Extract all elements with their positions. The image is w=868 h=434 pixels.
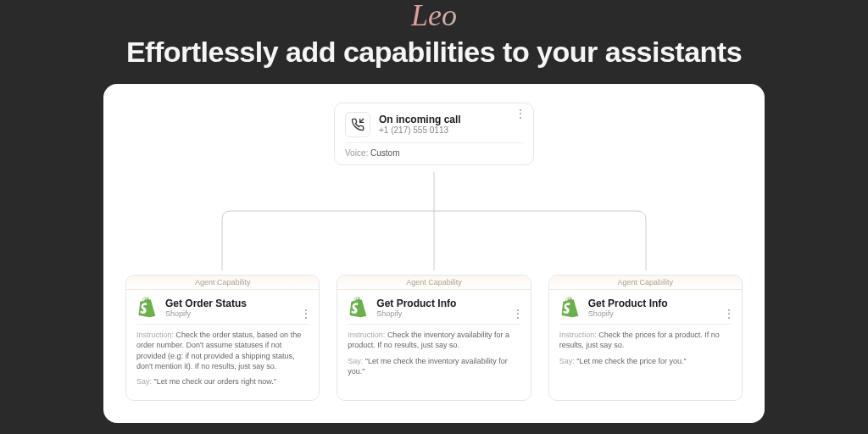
capability-badge: Agent Capability: [337, 275, 530, 290]
capability-node[interactable]: Agent Capability Get Order Status Shopif…: [125, 275, 320, 401]
voice-row: Voice: Custom: [345, 142, 523, 158]
say-text: "Let me check our orders right now.": [154, 377, 276, 386]
more-menu-button[interactable]: ⋮: [300, 312, 312, 317]
capabilities-row: Agent Capability Get Order Status Shopif…: [125, 275, 743, 401]
capability-badge: Agent Capability: [549, 275, 742, 290]
hero-title: Effortlessly add capabilities to your as…: [126, 36, 742, 69]
shopify-icon: [136, 297, 159, 319]
say-label: Say:: [348, 357, 363, 365]
instruction-label: Instruction:: [348, 331, 385, 339]
instruction-label: Instruction:: [559, 331, 597, 339]
shopify-icon: [559, 297, 581, 319]
voice-value: Custom: [370, 148, 399, 158]
capability-node[interactable]: Agent Capability Get Product Info Shopif…: [548, 275, 743, 401]
capability-provider: Shopify: [376, 309, 456, 318]
more-menu-button[interactable]: ⋮: [512, 312, 524, 317]
say-label: Say:: [136, 377, 152, 386]
flow-canvas: On incoming call +1 (217) 555 0113 ⋮ Voi…: [103, 84, 765, 423]
instruction-label: Instruction:: [136, 331, 174, 339]
say-text: "Let me check the inventory availability…: [348, 357, 507, 376]
capability-provider: Shopify: [588, 309, 668, 318]
phone-incoming-icon: [345, 112, 370, 137]
trigger-node[interactable]: On incoming call +1 (217) 555 0113 ⋮ Voi…: [334, 103, 534, 165]
say-text: "Let me check the price for you.": [576, 357, 686, 365]
capability-badge: Agent Capability: [126, 275, 319, 290]
capability-title: Get Product Info: [376, 298, 456, 309]
capability-title: Get Order Status: [165, 298, 247, 309]
brand-logo: Leo: [411, 0, 457, 31]
capability-node[interactable]: Agent Capability Get Product Info Shopif…: [337, 275, 531, 401]
trigger-title: On incoming call: [379, 114, 461, 125]
shopify-icon: [348, 297, 370, 319]
trigger-phone: +1 (217) 555 0113: [379, 125, 461, 136]
voice-label: Voice:: [345, 148, 368, 158]
more-menu-button[interactable]: ⋮: [515, 112, 526, 117]
more-menu-button[interactable]: ⋮: [723, 312, 735, 317]
capability-title: Get Product Info: [588, 298, 668, 309]
say-label: Say:: [559, 357, 575, 365]
capability-provider: Shopify: [165, 309, 247, 318]
